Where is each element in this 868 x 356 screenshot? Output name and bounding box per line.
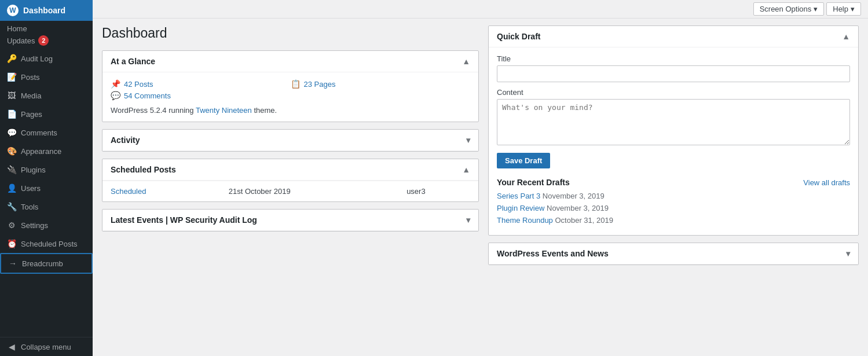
draft-item-1: Series Part 3 November 3, 2019 <box>497 192 850 200</box>
latest-events-title: Latest Events | WP Security Audit Log <box>111 215 257 225</box>
sidebar-item-posts[interactable]: 📝 Posts <box>0 68 93 86</box>
title-input[interactable] <box>497 65 850 82</box>
posts-link[interactable]: 42 Posts <box>124 80 153 89</box>
main-content: Screen Options ▾ Help ▾ Dashboard At a G… <box>93 0 868 356</box>
page-title: Dashboard <box>102 25 479 41</box>
theme-link[interactable]: Twenty Nineteen <box>196 106 252 115</box>
pages-icon: 📄 <box>7 109 16 119</box>
at-a-glance-body: 📌 42 Posts 📋 23 Pages 💬 54 Comments <box>102 72 478 122</box>
content-textarea[interactable] <box>497 99 850 145</box>
scheduled-posts-body: Scheduled 21st October 2019 user3 <box>102 181 478 201</box>
scheduled-posts-toggle-icon[interactable]: ▲ <box>462 165 470 174</box>
pages-link[interactable]: 23 Pages <box>304 80 336 89</box>
wp-version-text: WordPress 5.2.4 running Twenty Nineteen … <box>111 106 470 115</box>
sidebar-item-label: Tools <box>21 203 38 211</box>
sidebar-item-tools[interactable]: 🔧 Tools <box>0 197 93 216</box>
sidebar-item-label: Comments <box>21 129 57 137</box>
screen-options-button[interactable]: Screen Options ▾ <box>753 2 825 16</box>
sidebar-item-audit-log[interactable]: 🔑 Audit Log <box>0 49 93 68</box>
latest-events-toggle-icon[interactable]: ▾ <box>466 215 470 225</box>
activity-toggle-icon[interactable]: ▾ <box>466 135 470 145</box>
sidebar-item-pages[interactable]: 📄 Pages <box>0 105 93 123</box>
draft-title-link-3[interactable]: Theme Roundup <box>497 216 553 225</box>
collapse-menu-label: Collapse menu <box>21 343 71 351</box>
sidebar-item-media[interactable]: 🖼 Media <box>0 86 93 105</box>
pin-icon: 📌 <box>111 79 120 89</box>
sidebar-item-appearance[interactable]: 🎨 Appearance <box>0 142 93 160</box>
sidebar-item-label: Users <box>21 184 41 193</box>
help-button[interactable]: Help ▾ <box>826 2 861 16</box>
sidebar-item-plugins[interactable]: 🔌 Plugins <box>0 160 93 179</box>
sidebar-header[interactable]: W Dashboard <box>0 0 93 21</box>
dashboard-content: Dashboard At a Glance ▲ 📌 42 Posts 📋 <box>93 19 868 356</box>
quick-draft-panel: Quick Draft ▲ Title Content Save Draft <box>488 25 859 236</box>
scheduled-posts-table: Scheduled 21st October 2019 user3 <box>102 181 478 201</box>
left-column: Dashboard At a Glance ▲ 📌 42 Posts 📋 <box>102 25 479 349</box>
at-a-glance-panel: At a Glance ▲ 📌 42 Posts 📋 23 Pages <box>102 50 479 122</box>
sidebar-home-label: Home <box>0 21 93 34</box>
sidebar-item-label: Settings <box>21 221 48 230</box>
latest-events-header: Latest Events | WP Security Audit Log ▾ <box>102 210 478 231</box>
comments-link[interactable]: 54 Comments <box>124 91 171 100</box>
sidebar-updates-label: Updates <box>7 36 35 45</box>
view-all-drafts-link[interactable]: View all drafts <box>803 178 850 187</box>
scheduled-posts-header: Scheduled Posts ▲ <box>102 159 478 181</box>
scheduled-post-title-link[interactable]: Scheduled <box>111 187 146 196</box>
sidebar-item-label: Breadcrumb <box>22 259 63 268</box>
at-a-glance-header: At a Glance ▲ <box>102 51 478 72</box>
save-draft-button[interactable]: Save Draft <box>497 153 550 168</box>
draft-title-link-1[interactable]: Series Part 3 <box>497 192 540 200</box>
quick-draft-header: Quick Draft ▲ <box>489 26 858 47</box>
draft-title-link-2[interactable]: Plugin Review <box>497 204 544 212</box>
draft-item-2: Plugin Review November 3, 2019 <box>497 204 850 212</box>
sidebar-item-comments[interactable]: 💬 Comments <box>0 123 93 142</box>
scheduled-posts-title: Scheduled Posts <box>111 165 176 174</box>
tools-icon: 🔧 <box>7 202 16 211</box>
screen-options-chevron-icon: ▾ <box>814 5 818 13</box>
sidebar-item-breadcrumb[interactable]: → Breadcrumb <box>0 253 93 274</box>
scheduled-post-date: 21st October 2019 <box>221 181 398 202</box>
quick-draft-title: Quick Draft <box>497 32 540 41</box>
recent-drafts-header: Your Recent Drafts View all drafts <box>497 178 850 187</box>
glance-pages: 📋 23 Pages <box>291 79 471 89</box>
sidebar-item-settings[interactable]: ⚙ Settings <box>0 216 93 234</box>
breadcrumb-icon: → <box>8 259 17 268</box>
media-icon: 🖼 <box>7 91 16 100</box>
quick-draft-body: Title Content Save Draft Your Recent Dra… <box>489 47 858 235</box>
page-icon: 📋 <box>291 79 301 89</box>
scheduled-posts-icon: ⏰ <box>7 239 16 248</box>
sidebar-item-label: Plugins <box>21 166 46 174</box>
plugins-icon: 🔌 <box>7 165 16 174</box>
activity-title: Activity <box>111 135 140 145</box>
sidebar-item-label: Pages <box>21 110 42 119</box>
wp-events-news-panel: WordPress Events and News ▾ <box>488 243 859 265</box>
latest-events-panel: Latest Events | WP Security Audit Log ▾ <box>102 209 479 232</box>
theme-suffix: theme. <box>254 106 277 115</box>
quick-draft-toggle-icon[interactable]: ▲ <box>842 32 850 41</box>
content-field: Content <box>497 88 850 147</box>
sidebar-item-updates[interactable]: Updates 2 <box>0 34 93 49</box>
users-icon: 👤 <box>7 183 16 193</box>
glance-comments: 💬 54 Comments <box>111 91 291 100</box>
glance-grid: 📌 42 Posts 📋 23 Pages 💬 54 Comments <box>111 79 470 100</box>
right-column: Quick Draft ▲ Title Content Save Draft <box>488 25 859 349</box>
wp-events-news-toggle-icon[interactable]: ▾ <box>846 249 850 258</box>
draft-date-text-2: November 3, 2019 <box>547 204 609 212</box>
sidebar-bottom: ◀ Collapse menu <box>0 337 93 356</box>
sidebar-item-scheduled-posts[interactable]: ⏰ Scheduled Posts <box>0 234 93 253</box>
at-a-glance-toggle-icon[interactable]: ▲ <box>462 57 470 66</box>
scheduled-post-user: user3 <box>398 181 478 202</box>
wp-events-news-header: WordPress Events and News ▾ <box>489 243 858 265</box>
help-label: Help <box>833 5 848 13</box>
key-icon: 🔑 <box>7 54 16 63</box>
activity-header: Activity ▾ <box>102 130 478 151</box>
recent-drafts-title: Your Recent Drafts <box>497 178 570 187</box>
at-a-glance-title: At a Glance <box>111 57 155 66</box>
comments-icon: 💬 <box>7 128 16 137</box>
collapse-menu-button[interactable]: ◀ Collapse menu <box>0 337 93 356</box>
sidebar-item-users[interactable]: 👤 Users <box>0 179 93 197</box>
sidebar: W Dashboard Home Updates 2 🔑 Audit Log 📝… <box>0 0 93 356</box>
topbar: Screen Options ▾ Help ▾ <box>93 0 868 19</box>
draft-date-text-1: November 3, 2019 <box>543 192 605 200</box>
sidebar-item-label: Posts <box>21 73 40 82</box>
